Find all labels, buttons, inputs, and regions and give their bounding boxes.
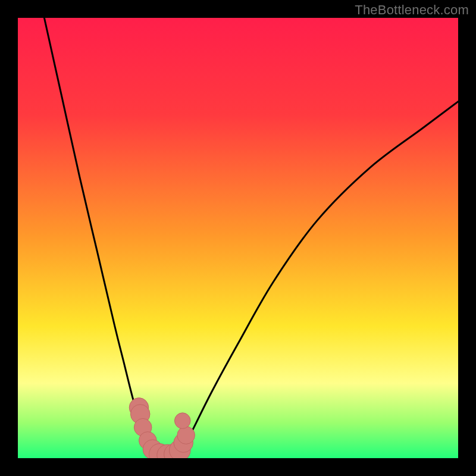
curve-right-curve xyxy=(176,102,458,458)
watermark-text: TheBottleneck.com xyxy=(355,2,469,18)
marker-point xyxy=(174,413,190,429)
chart-svg xyxy=(18,18,458,458)
curve-left-curve xyxy=(44,18,158,458)
plot-area xyxy=(18,18,458,458)
marker-point xyxy=(177,427,195,444)
chart-frame: TheBottleneck.com xyxy=(0,0,476,476)
